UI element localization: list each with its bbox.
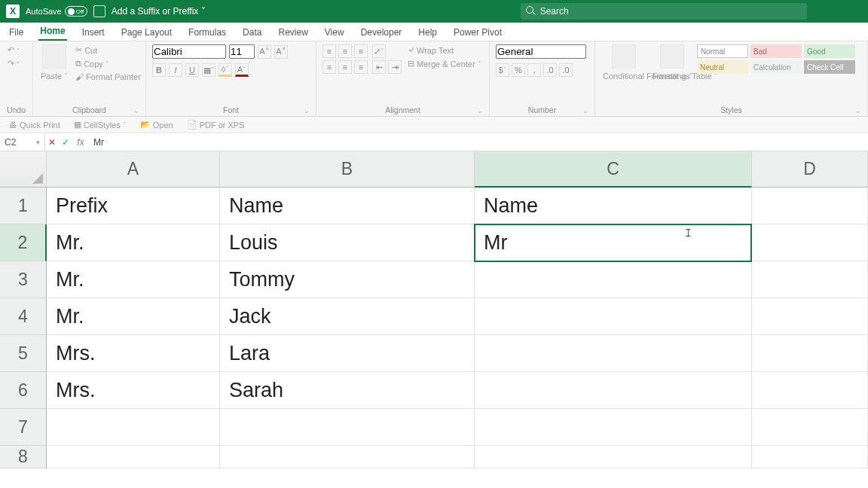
pdf-xps-button[interactable]: 📄 PDF or XPS: [185, 119, 246, 130]
row-header-4[interactable]: 4: [0, 298, 47, 335]
save-icon[interactable]: [93, 5, 105, 17]
merge-center-button[interactable]: ⊟ Merge & Center: [406, 58, 483, 69]
cell-C3[interactable]: [475, 261, 752, 298]
style-normal[interactable]: Normal: [697, 44, 748, 58]
select-all-corner[interactable]: [0, 151, 47, 188]
quick-print-button[interactable]: 🖶 Quick Print: [8, 120, 62, 130]
cell-B3[interactable]: Tommy: [220, 261, 475, 298]
style-bad[interactable]: Bad: [750, 44, 802, 58]
fill-color-button[interactable]: ◊: [219, 63, 232, 77]
percent-format-button[interactable]: %: [512, 63, 525, 77]
cell-A8[interactable]: [47, 446, 220, 468]
style-check-cell[interactable]: Check Cell: [804, 60, 855, 74]
cell-B1[interactable]: Name: [220, 188, 475, 224]
style-neutral[interactable]: Neutral: [697, 60, 748, 74]
comma-format-button[interactable]: ,: [527, 63, 541, 77]
align-right-button[interactable]: ≡: [354, 60, 368, 74]
document-name[interactable]: Add a Suffix or Preffix ˅: [112, 6, 206, 17]
cell-C2[interactable]: Mr: [475, 224, 752, 261]
align-top-button[interactable]: ≡: [322, 44, 336, 58]
cell-D3[interactable]: [752, 261, 868, 298]
tab-review[interactable]: Review: [277, 24, 309, 41]
align-middle-button[interactable]: ≡: [338, 44, 352, 58]
cell-A1[interactable]: Prefix: [47, 188, 220, 224]
cell-C8[interactable]: [475, 446, 752, 468]
name-box[interactable]: C2▾: [0, 133, 45, 151]
fx-icon[interactable]: fx: [72, 137, 89, 148]
border-button[interactable]: ▦: [202, 63, 215, 77]
tab-insert[interactable]: Insert: [81, 24, 106, 41]
italic-button[interactable]: I: [169, 63, 182, 77]
cell-D4[interactable]: [752, 298, 868, 335]
number-format-select[interactable]: [496, 44, 586, 59]
row-header-8[interactable]: 8: [0, 446, 47, 468]
cell-C1[interactable]: Name: [475, 188, 752, 224]
cancel-icon[interactable]: ✕: [45, 137, 59, 148]
cell-B7[interactable]: [220, 409, 475, 446]
cell-D5[interactable]: [752, 335, 868, 372]
tab-developer[interactable]: Developer: [359, 24, 404, 41]
conditional-formatting-button[interactable]: Conditional Formatting: [601, 71, 646, 81]
decrease-font-button[interactable]: A˅: [274, 45, 288, 59]
tab-file[interactable]: File: [8, 24, 25, 41]
cell-C4[interactable]: [475, 298, 752, 335]
format-as-table-icon[interactable]: [660, 44, 684, 69]
paste-button[interactable]: Paste: [39, 71, 69, 81]
tab-view[interactable]: View: [323, 24, 346, 41]
indent-dec-button[interactable]: ⇤: [372, 60, 386, 74]
tab-formulas[interactable]: Formulas: [187, 24, 228, 41]
autosave-toggle[interactable]: AutoSave Off: [26, 6, 87, 17]
orientation-button[interactable]: ⤢: [372, 44, 386, 58]
row-header-3[interactable]: 3: [0, 261, 47, 298]
col-header-D[interactable]: D: [752, 151, 868, 188]
col-header-C[interactable]: C: [475, 151, 752, 188]
cell-B6[interactable]: Sarah: [220, 372, 475, 409]
underline-button[interactable]: U: [185, 63, 199, 77]
undo-button[interactable]: ↶: [6, 44, 22, 56]
align-center-button[interactable]: ≡: [338, 60, 352, 74]
cell-C5[interactable]: [475, 335, 752, 372]
cell-A2[interactable]: Mr.: [47, 224, 220, 261]
open-button[interactable]: 📂 Open: [139, 119, 175, 130]
row-header-2[interactable]: 2: [0, 224, 47, 261]
font-color-button[interactable]: A: [235, 63, 249, 77]
increase-font-button[interactable]: A˄: [258, 45, 271, 59]
cell-A5[interactable]: Mrs.: [47, 335, 220, 372]
copy-button[interactable]: ⧉ Copy: [74, 58, 142, 69]
cell-C7[interactable]: [475, 409, 752, 446]
cell-D1[interactable]: [752, 188, 868, 224]
wrap-text-button[interactable]: ⤶ Wrap Text: [406, 44, 483, 56]
cell-D7[interactable]: [752, 409, 868, 446]
tab-power-pivot[interactable]: Power Pivot: [452, 24, 503, 41]
tab-page-layout[interactable]: Page Layout: [120, 24, 173, 41]
redo-button[interactable]: ↷: [6, 58, 22, 69]
style-calculation[interactable]: Calculation: [750, 60, 802, 74]
tab-home[interactable]: Home: [38, 23, 66, 41]
conditional-formatting-icon[interactable]: [612, 44, 636, 69]
enter-icon[interactable]: ✓: [59, 137, 72, 148]
decrease-decimal-button[interactable]: .0: [559, 63, 573, 77]
cell-B5[interactable]: Lara: [220, 335, 475, 372]
col-header-A[interactable]: A: [47, 151, 220, 188]
cell-D6[interactable]: [752, 372, 868, 409]
font-name-select[interactable]: [152, 44, 226, 59]
cell-styles-button[interactable]: ▦ CellStyles: [72, 119, 128, 130]
cell-D2[interactable]: [752, 224, 868, 261]
tab-data[interactable]: Data: [241, 24, 263, 41]
cell-A4[interactable]: Mr.: [47, 298, 220, 335]
accounting-format-button[interactable]: $: [496, 63, 509, 77]
cell-B2[interactable]: Louis: [220, 224, 475, 261]
row-header-1[interactable]: 1: [0, 188, 47, 224]
style-good[interactable]: Good: [804, 44, 855, 58]
tab-help[interactable]: Help: [417, 24, 439, 41]
cell-B8[interactable]: [220, 446, 475, 468]
paste-icon[interactable]: [42, 44, 66, 69]
row-header-7[interactable]: 7: [0, 409, 47, 446]
cell-A6[interactable]: Mrs.: [47, 372, 220, 409]
format-painter-button[interactable]: 🖌 Format Painter: [74, 72, 142, 82]
formula-input[interactable]: Mr: [89, 137, 868, 148]
row-header-5[interactable]: 5: [0, 335, 47, 372]
search-input[interactable]: [521, 3, 807, 20]
cell-C6[interactable]: [475, 372, 752, 409]
bold-button[interactable]: B: [152, 63, 166, 77]
